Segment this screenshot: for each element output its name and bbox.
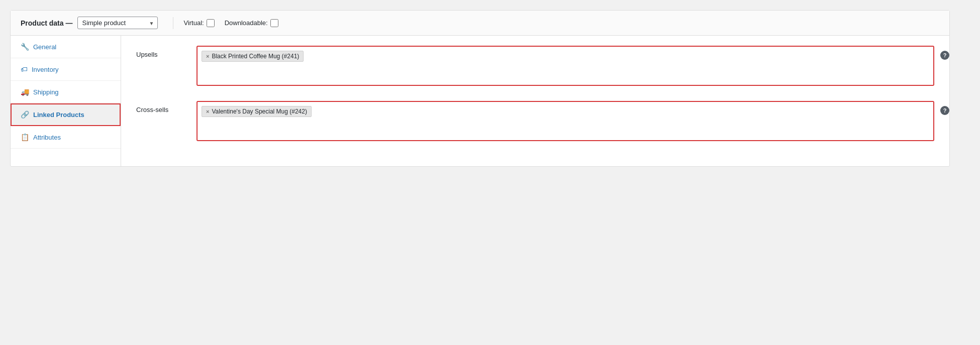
main-content: Upsells × Black Printed Coffee Mug (#241… — [121, 36, 949, 166]
cross-sell-tag-1-remove[interactable]: × — [206, 108, 209, 114]
truck-icon: 🚚 — [21, 88, 29, 96]
sidebar: 🔧 General 🏷 Inventory 🚚 Shipping 🔗 Linke… — [11, 36, 121, 166]
link-icon: 🔗 — [21, 110, 29, 119]
upsell-tag-1-text: Black Printed Coffee Mug (#241) — [212, 53, 299, 60]
downloadable-label[interactable]: Downloadable: — [225, 19, 278, 27]
panel-title: Product data — — [21, 19, 72, 27]
sidebar-item-shipping[interactable]: 🚚 Shipping — [11, 81, 121, 103]
sidebar-item-linked-products[interactable]: 🔗 Linked Products — [11, 103, 121, 126]
sidebar-item-attributes-label: Attributes — [33, 134, 61, 141]
cross-sell-tag-1-text: Valentine's Day Special Mug (#242) — [212, 108, 307, 115]
sidebar-item-general-label: General — [33, 43, 56, 51]
upsells-help-icon[interactable]: ? — [940, 51, 949, 60]
downloadable-label-text: Downloadable: — [225, 19, 268, 27]
upsells-control: × Black Printed Coffee Mug (#241) ? — [197, 46, 934, 86]
panel-header: Product data — Simple product ▼ Virtual:… — [11, 11, 949, 36]
virtual-label-text: Virtual: — [183, 19, 204, 27]
product-data-panel: Product data — Simple product ▼ Virtual:… — [10, 10, 950, 167]
sidebar-item-inventory[interactable]: 🏷 Inventory — [11, 58, 121, 81]
sidebar-item-shipping-label: Shipping — [33, 88, 59, 96]
virtual-label[interactable]: Virtual: — [183, 19, 214, 27]
cross-sells-field-row: Cross-sells × Valentine's Day Special Mu… — [136, 101, 934, 141]
sidebar-item-attributes[interactable]: 📋 Attributes — [11, 126, 121, 149]
product-type-wrapper[interactable]: Simple product ▼ — [77, 17, 158, 29]
virtual-checkbox[interactable] — [207, 19, 215, 27]
cross-sells-control: × Valentine's Day Special Mug (#242) ? — [197, 101, 934, 141]
upsells-label: Upsells — [136, 46, 197, 58]
tag-icon: 🏷 — [21, 65, 28, 73]
checkbox-group: Virtual: Downloadable: — [183, 19, 278, 27]
header-divider — [173, 17, 173, 29]
upsell-tag-1-remove[interactable]: × — [206, 53, 209, 59]
downloadable-checkbox[interactable] — [270, 19, 278, 27]
table-icon: 📋 — [21, 133, 29, 141]
product-type-select[interactable]: Simple product — [77, 17, 158, 29]
sidebar-item-linked-products-label: Linked Products — [33, 111, 84, 119]
cross-sells-help-icon[interactable]: ? — [940, 106, 949, 115]
cross-sell-tag-1[interactable]: × Valentine's Day Special Mug (#242) — [202, 106, 312, 117]
cross-sells-input-box[interactable]: × Valentine's Day Special Mug (#242) — [197, 101, 934, 141]
panel-body: 🔧 General 🏷 Inventory 🚚 Shipping 🔗 Linke… — [11, 36, 949, 166]
upsell-tag-1[interactable]: × Black Printed Coffee Mug (#241) — [202, 51, 304, 62]
upsells-input-box[interactable]: × Black Printed Coffee Mug (#241) — [197, 46, 934, 86]
wrench-icon: 🔧 — [21, 43, 29, 51]
sidebar-item-general[interactable]: 🔧 General — [11, 36, 121, 58]
upsells-field-row: Upsells × Black Printed Coffee Mug (#241… — [136, 46, 934, 86]
cross-sells-label: Cross-sells — [136, 101, 197, 113]
sidebar-item-inventory-label: Inventory — [32, 66, 58, 73]
